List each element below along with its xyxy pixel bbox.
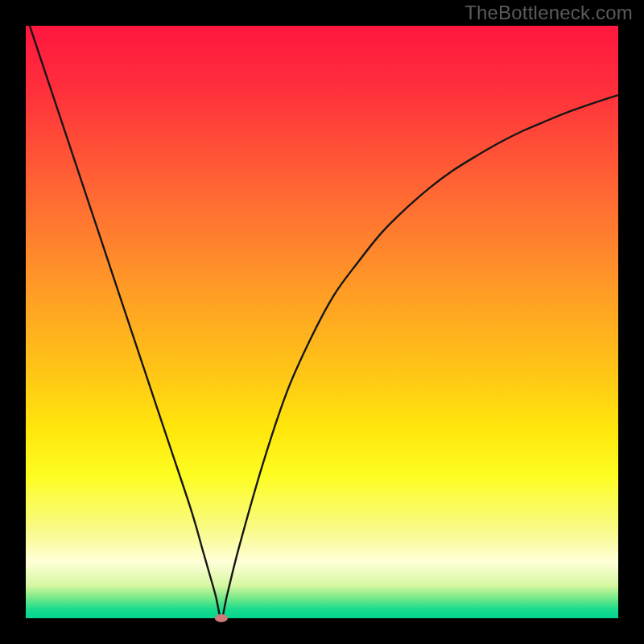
chart-frame: TheBottleneck.com <box>0 0 644 644</box>
watermark-text: TheBottleneck.com <box>464 2 633 24</box>
gradient-background <box>26 26 618 618</box>
optimum-marker <box>215 614 228 622</box>
bottleneck-chart <box>0 0 644 644</box>
